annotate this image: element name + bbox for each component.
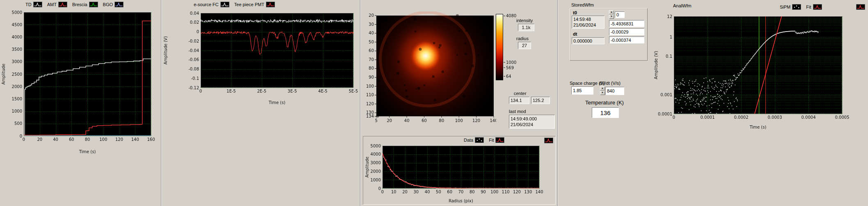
dvdt-decrement-button[interactable]: ▼	[600, 91, 605, 95]
dt-value: 0.000000	[572, 37, 605, 44]
labview-front-panel: { "controls": { "stored_wfm": { "title":…	[0, 0, 868, 206]
waveform-glyph-icon[interactable]	[266, 2, 275, 7]
dvdt-control[interactable]: ▲ ▼ 840	[600, 86, 624, 95]
lastmod-date: 21/06/2024	[511, 122, 533, 127]
analwfm-graph-canvas[interactable]	[653, 11, 868, 130]
legend-label: Fit	[806, 5, 811, 9]
legend-label: AMT	[47, 2, 57, 7]
t0-label: t0	[573, 10, 577, 15]
radius-value: 27	[518, 42, 531, 49]
fc-graph-canvas	[163, 8, 359, 106]
legend-label: Tee piece PMT	[234, 2, 264, 7]
image-graph-canvas	[362, 11, 496, 129]
panel-divider	[161, 0, 161, 206]
legend-label: Data	[464, 138, 473, 143]
lastmod-value: 14:59:49.000 21/06/2024	[509, 115, 555, 129]
fc-graph-legend: e-source FC Tee piece PMT	[194, 2, 275, 7]
legend-item-esource-fc[interactable]: e-source FC	[194, 2, 229, 7]
storedwfm-title: StoredWfm	[571, 2, 594, 7]
radial-graph-canvas	[364, 143, 543, 204]
lastmod-time: 14:59:49.000	[511, 116, 537, 122]
t0-date: 21/06/2024	[573, 22, 596, 28]
intensity-value: 1.1k	[518, 24, 534, 31]
t0-value: 14:59:48 21/06/2024	[572, 16, 605, 29]
legend-item-tee-piece-pmt[interactable]: Tee piece PMT	[234, 2, 275, 7]
legend-label: Brescia	[72, 2, 87, 7]
y-value-0: -5.4936831	[609, 20, 644, 27]
legend-item-td[interactable]: TD	[25, 2, 42, 7]
waveform-glyph-icon[interactable]	[89, 2, 98, 7]
dvdt-input[interactable]: 840	[605, 87, 624, 95]
dots-glyph-icon[interactable]	[475, 137, 484, 143]
index-increment-button[interactable]: ▲	[609, 10, 614, 14]
dots-glyph-icon[interactable]	[792, 4, 801, 10]
td-graph-legend: TD AMT Brescia BGO	[25, 2, 124, 7]
legend-label: BGO	[103, 2, 113, 7]
lastmod-label: last mod	[509, 109, 526, 114]
y-value-1: -0.00029	[609, 28, 644, 35]
waveform-glyph-icon[interactable]	[813, 4, 822, 10]
radial-graph-legend: Data Fit	[464, 137, 504, 143]
dvdt-increment-button[interactable]: ▲	[600, 86, 605, 91]
y-array-index[interactable]: ▲ ▼ 0	[609, 10, 625, 19]
index-decrement-button[interactable]: ▼	[609, 15, 614, 19]
legend-item-data[interactable]: Data	[464, 137, 484, 143]
legend-item-amt[interactable]: AMT	[47, 2, 67, 7]
legend-item-fit[interactable]: Fit	[806, 4, 822, 10]
t0-time: 14:59:48	[573, 16, 591, 22]
panel-divider	[360, 0, 360, 206]
space-charge-input[interactable]: 1.85	[571, 86, 593, 95]
intensity-label: intensity	[516, 18, 533, 23]
temperature-value: 136	[592, 107, 619, 118]
analwfm-title: AnalWfm	[673, 3, 692, 8]
temperature-label: Temperature (K)	[585, 100, 624, 106]
legend-label: SiPM	[780, 5, 790, 9]
legend-label: TD	[25, 2, 32, 7]
waveform-glyph-icon[interactable]	[220, 2, 229, 7]
plot-style-icon[interactable]	[856, 4, 865, 10]
panel-divider	[557, 0, 558, 206]
waveform-glyph-icon[interactable]	[115, 2, 124, 7]
legend-item-brescia[interactable]: Brescia	[72, 2, 98, 7]
index-value[interactable]: 0	[615, 11, 625, 18]
legend-label: Fit	[489, 138, 494, 143]
legend-item-fit[interactable]: Fit	[489, 137, 504, 143]
center-label: center	[514, 91, 527, 96]
legend-item-sipm[interactable]: SiPM	[780, 4, 801, 10]
waveform-glyph-icon[interactable]	[495, 137, 504, 143]
radius-label: radius	[516, 36, 529, 41]
dt-label: dt	[573, 32, 577, 36]
y-value-2: -0.000374	[609, 36, 644, 43]
legend-item-bgo[interactable]: BGO	[103, 2, 124, 7]
center-x-value: 134.1	[509, 97, 529, 104]
td-graph-canvas	[1, 8, 160, 155]
plot-style-icon[interactable]	[544, 138, 553, 143]
legend-label: e-source FC	[194, 2, 219, 7]
waveform-glyph-icon[interactable]	[33, 2, 42, 7]
waveform-glyph-icon[interactable]	[58, 2, 67, 7]
dvdt-label: dV/dt (V/s)	[599, 81, 621, 86]
analwfm-legend: SiPM Fit	[780, 4, 822, 10]
center-y-value: 125.2	[531, 97, 550, 104]
